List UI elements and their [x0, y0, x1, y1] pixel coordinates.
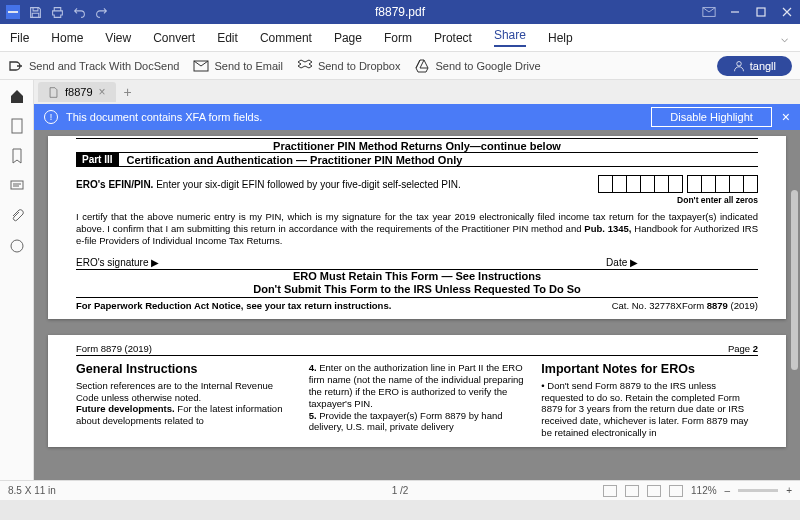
date-label: Date ▶ [606, 257, 638, 268]
efin-pin-boxes[interactable] [599, 175, 758, 193]
maximize-icon[interactable] [754, 5, 768, 19]
step-5: 5. Provide the taxpayer(s) Form 8879 by … [309, 410, 526, 434]
tab-label: f8879 [65, 86, 93, 98]
comments-icon[interactable] [9, 178, 25, 194]
minimize-icon[interactable] [728, 5, 742, 19]
bookmarks-icon[interactable] [9, 148, 25, 164]
form-number: Form 8879 (2019) [682, 300, 758, 311]
no-all-zeros: Don't enter all zeros [76, 195, 758, 205]
menu-form[interactable]: Form [384, 31, 412, 45]
efin-label-bold: ERO's EFIN/PIN. [76, 179, 153, 190]
pdf-page-2: Form 8879 (2019) Page 2 General Instruct… [48, 335, 786, 447]
svg-rect-7 [12, 119, 22, 133]
undo-icon[interactable] [72, 5, 86, 19]
menu-help[interactable]: Help [548, 31, 573, 45]
p2-form-id: Form 8879 (2019) [76, 343, 152, 354]
ero-notes-heading: Important Notes for EROs [541, 362, 758, 378]
disable-highlight-button[interactable]: Disable Highlight [651, 107, 772, 127]
menu-page[interactable]: Page [334, 31, 362, 45]
app-logo-icon [6, 5, 20, 19]
send-email[interactable]: Send to Email [193, 58, 282, 74]
p2-page-no: Page 2 [728, 343, 758, 354]
notice-text: This document contains XFA form fields. [66, 111, 262, 123]
user-button[interactable]: tangll [717, 56, 792, 76]
redo-icon[interactable] [94, 5, 108, 19]
document-viewport[interactable]: Practitioner PIN Method Returns Only—con… [34, 130, 800, 480]
mail-icon[interactable] [702, 5, 716, 19]
svg-point-6 [736, 61, 741, 66]
menu-convert[interactable]: Convert [153, 31, 195, 45]
chat-icon[interactable] [9, 238, 25, 254]
zoom-level[interactable]: 112% [691, 485, 717, 496]
efin-label: Enter your six-digit EFIN followed by yo… [153, 179, 460, 190]
zoom-slider[interactable] [738, 489, 778, 492]
menu-protect[interactable]: Protect [434, 31, 472, 45]
send-gdrive[interactable]: Send to Google Drive [414, 58, 540, 74]
send-docsend-label: Send and Track With DocSend [29, 60, 179, 72]
print-icon[interactable] [50, 5, 64, 19]
view-facing-cont-icon[interactable] [669, 485, 683, 497]
cat-no: Cat. No. 32778X [612, 300, 682, 311]
menu-share[interactable]: Share [494, 28, 526, 47]
retain-instructions: ERO Must Retain This Form — See Instruct… [76, 270, 758, 298]
thumbnails-icon[interactable] [9, 118, 25, 134]
ero-signature-label: ERO's signature ▶ [76, 257, 606, 268]
menu-file[interactable]: File [10, 31, 29, 45]
step-4: 4. Enter on the authorization line in Pa… [309, 362, 526, 410]
certification-text: I certify that the above numeric entry i… [76, 211, 758, 247]
new-tab-icon[interactable]: + [124, 84, 132, 100]
part-title: Certification and Authentication — Pract… [127, 154, 463, 166]
scrollbar-thumb[interactable] [791, 190, 798, 370]
collapse-ribbon-icon[interactable]: ⌵ [781, 31, 788, 45]
ero-notes-text: • Don't send Form 8879 to the IRS unless… [541, 380, 758, 439]
window-title: f8879.pdf [375, 5, 425, 19]
tab-close-icon[interactable]: × [99, 85, 106, 99]
svg-point-9 [11, 240, 23, 252]
save-icon[interactable] [28, 5, 42, 19]
page-dimensions: 8.5 X 11 in [8, 485, 56, 496]
file-icon [48, 87, 59, 98]
send-docsend[interactable]: Send and Track With DocSend [8, 58, 179, 74]
info-icon: ! [44, 110, 58, 124]
send-dropbox[interactable]: Send to Dropbox [297, 58, 401, 74]
menu-edit[interactable]: Edit [217, 31, 238, 45]
attachments-icon[interactable] [9, 208, 25, 224]
zoom-out-icon[interactable]: – [725, 485, 731, 496]
send-dropbox-label: Send to Dropbox [318, 60, 401, 72]
home-icon[interactable] [9, 88, 25, 104]
view-continuous-icon[interactable] [625, 485, 639, 497]
gi-section-ref: Section references are to the Internal R… [76, 380, 293, 404]
notice-close-icon[interactable]: × [782, 109, 790, 125]
send-gdrive-label: Send to Google Drive [435, 60, 540, 72]
user-name: tangll [750, 60, 776, 72]
view-facing-icon[interactable] [647, 485, 661, 497]
xfa-notice-bar: ! This document contains XFA form fields… [34, 104, 800, 130]
pdf-page-1: Practitioner PIN Method Returns Only—con… [48, 136, 786, 319]
continue-header: Practitioner PIN Method Returns Only—con… [76, 138, 758, 152]
general-instructions-heading: General Instructions [76, 362, 293, 378]
send-email-label: Send to Email [214, 60, 282, 72]
svg-rect-1 [8, 11, 18, 13]
svg-rect-4 [757, 8, 765, 16]
document-tab[interactable]: f8879 × [38, 82, 116, 102]
view-single-icon[interactable] [603, 485, 617, 497]
zoom-in-icon[interactable]: + [786, 485, 792, 496]
menu-home[interactable]: Home [51, 31, 83, 45]
part-badge: Part III [76, 153, 119, 166]
close-icon[interactable] [780, 5, 794, 19]
pra-notice: For Paperwork Reduction Act Notice, see … [76, 300, 612, 311]
svg-rect-8 [11, 181, 23, 189]
menu-comment[interactable]: Comment [260, 31, 312, 45]
menu-view[interactable]: View [105, 31, 131, 45]
page-indicator[interactable]: 1 /2 [392, 485, 409, 496]
gi-future-dev: Future developments. For the latest info… [76, 403, 293, 427]
